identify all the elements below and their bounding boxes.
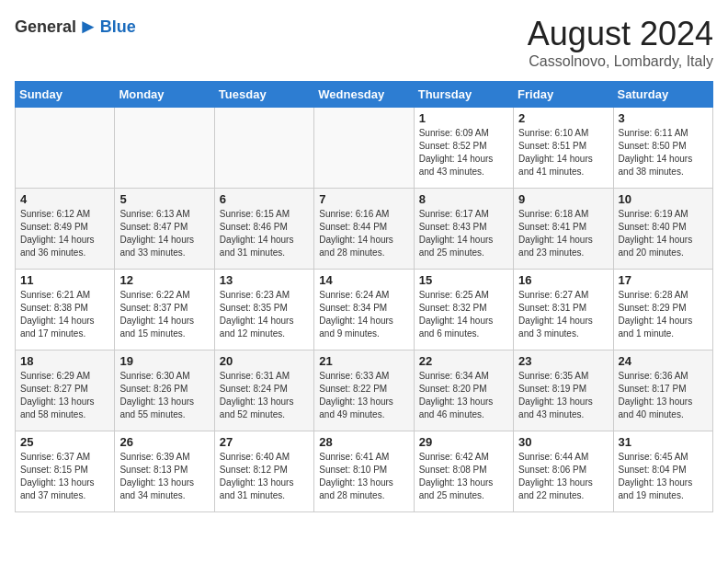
day-info: Sunrise: 6:18 AM Sunset: 8:41 PM Dayligh…	[518, 208, 608, 259]
day-info: Sunrise: 6:19 AM Sunset: 8:40 PM Dayligh…	[619, 208, 708, 259]
calendar-day-cell	[115, 108, 214, 189]
calendar-day-cell: 1Sunrise: 6:09 AM Sunset: 8:52 PM Daylig…	[414, 108, 513, 189]
day-info: Sunrise: 6:15 AM Sunset: 8:46 PM Dayligh…	[220, 208, 309, 259]
day-info: Sunrise: 6:45 AM Sunset: 8:04 PM Dayligh…	[619, 451, 708, 502]
day-info: Sunrise: 6:44 AM Sunset: 8:06 PM Dayligh…	[518, 451, 608, 502]
calendar-day-cell	[314, 108, 414, 189]
day-info: Sunrise: 6:17 AM Sunset: 8:43 PM Dayligh…	[419, 208, 508, 259]
day-number: 23	[518, 354, 608, 368]
calendar-day-cell: 29Sunrise: 6:42 AM Sunset: 8:08 PM Dayli…	[414, 431, 513, 512]
logo-blue-text: Blue	[100, 17, 136, 37]
calendar-day-cell: 12Sunrise: 6:22 AM Sunset: 8:37 PM Dayli…	[115, 270, 214, 350]
calendar-day-cell: 31Sunrise: 6:45 AM Sunset: 8:04 PM Dayli…	[613, 431, 712, 512]
calendar-week-row: 1Sunrise: 6:09 AM Sunset: 8:52 PM Daylig…	[16, 108, 713, 189]
day-info: Sunrise: 6:30 AM Sunset: 8:26 PM Dayligh…	[119, 370, 209, 421]
calendar-day-cell: 17Sunrise: 6:28 AM Sunset: 8:29 PM Dayli…	[613, 270, 712, 350]
calendar-header-cell: Saturday	[613, 82, 712, 108]
calendar-day-cell: 6Sunrise: 6:15 AM Sunset: 8:46 PM Daylig…	[214, 189, 313, 270]
calendar-week-row: 25Sunrise: 6:37 AM Sunset: 8:15 PM Dayli…	[16, 431, 713, 512]
day-number: 19	[119, 354, 209, 368]
day-number: 25	[20, 435, 109, 449]
day-number: 17	[619, 273, 708, 287]
day-info: Sunrise: 6:31 AM Sunset: 8:24 PM Dayligh…	[220, 370, 309, 421]
day-info: Sunrise: 6:13 AM Sunset: 8:47 PM Dayligh…	[119, 208, 209, 259]
calendar-day-cell: 23Sunrise: 6:35 AM Sunset: 8:19 PM Dayli…	[514, 350, 613, 431]
calendar-day-cell: 21Sunrise: 6:33 AM Sunset: 8:22 PM Dayli…	[314, 350, 414, 431]
calendar-day-cell: 30Sunrise: 6:44 AM Sunset: 8:06 PM Dayli…	[514, 431, 613, 512]
calendar-day-cell: 24Sunrise: 6:36 AM Sunset: 8:17 PM Dayli…	[613, 350, 712, 431]
day-info: Sunrise: 6:35 AM Sunset: 8:19 PM Dayligh…	[518, 370, 608, 421]
calendar-day-cell: 4Sunrise: 6:12 AM Sunset: 8:49 PM Daylig…	[16, 189, 115, 270]
calendar-day-cell	[16, 108, 115, 189]
day-number: 14	[319, 273, 408, 287]
calendar-day-cell: 7Sunrise: 6:16 AM Sunset: 8:44 PM Daylig…	[314, 189, 414, 270]
day-info: Sunrise: 6:22 AM Sunset: 8:37 PM Dayligh…	[119, 289, 209, 340]
calendar-day-cell: 18Sunrise: 6:29 AM Sunset: 8:27 PM Dayli…	[16, 350, 115, 431]
day-info: Sunrise: 6:27 AM Sunset: 8:31 PM Dayligh…	[518, 289, 608, 340]
day-number: 4	[20, 192, 109, 206]
day-number: 6	[220, 192, 309, 206]
day-info: Sunrise: 6:23 AM Sunset: 8:35 PM Dayligh…	[220, 289, 309, 340]
day-number: 26	[119, 435, 209, 449]
day-number: 22	[419, 354, 508, 368]
day-info: Sunrise: 6:10 AM Sunset: 8:51 PM Dayligh…	[518, 127, 608, 178]
day-number: 18	[20, 354, 109, 368]
calendar-header-cell: Monday	[115, 82, 214, 108]
day-info: Sunrise: 6:24 AM Sunset: 8:34 PM Dayligh…	[319, 289, 408, 340]
day-number: 21	[319, 354, 408, 368]
calendar-day-cell: 8Sunrise: 6:17 AM Sunset: 8:43 PM Daylig…	[414, 189, 513, 270]
calendar-day-cell: 20Sunrise: 6:31 AM Sunset: 8:24 PM Dayli…	[214, 350, 313, 431]
calendar-day-cell: 27Sunrise: 6:40 AM Sunset: 8:12 PM Dayli…	[214, 431, 313, 512]
day-info: Sunrise: 6:39 AM Sunset: 8:13 PM Dayligh…	[119, 451, 209, 502]
calendar-body: 1Sunrise: 6:09 AM Sunset: 8:52 PM Daylig…	[16, 108, 713, 512]
day-info: Sunrise: 6:09 AM Sunset: 8:52 PM Dayligh…	[419, 127, 508, 178]
day-info: Sunrise: 6:12 AM Sunset: 8:49 PM Dayligh…	[20, 208, 109, 259]
calendar-header-cell: Sunday	[16, 82, 115, 108]
day-info: Sunrise: 6:28 AM Sunset: 8:29 PM Dayligh…	[619, 289, 708, 340]
calendar-day-cell: 15Sunrise: 6:25 AM Sunset: 8:32 PM Dayli…	[414, 270, 513, 350]
calendar-day-cell: 10Sunrise: 6:19 AM Sunset: 8:40 PM Dayli…	[613, 189, 712, 270]
day-info: Sunrise: 6:16 AM Sunset: 8:44 PM Dayligh…	[319, 208, 408, 259]
day-number: 2	[518, 111, 608, 125]
logo-general-text: General	[15, 17, 76, 37]
day-number: 1	[419, 111, 508, 125]
calendar-header-cell: Wednesday	[314, 82, 414, 108]
day-info: Sunrise: 6:25 AM Sunset: 8:32 PM Dayligh…	[419, 289, 508, 340]
day-number: 8	[419, 192, 508, 206]
calendar-day-cell: 5Sunrise: 6:13 AM Sunset: 8:47 PM Daylig…	[115, 189, 214, 270]
day-info: Sunrise: 6:37 AM Sunset: 8:15 PM Dayligh…	[20, 451, 109, 502]
day-number: 9	[518, 192, 608, 206]
day-info: Sunrise: 6:40 AM Sunset: 8:12 PM Dayligh…	[220, 451, 309, 502]
day-number: 27	[220, 435, 309, 449]
day-number: 15	[419, 273, 508, 287]
day-number: 11	[20, 273, 109, 287]
calendar-day-cell: 26Sunrise: 6:39 AM Sunset: 8:13 PM Dayli…	[115, 431, 214, 512]
day-number: 10	[619, 192, 708, 206]
day-number: 31	[619, 435, 708, 449]
calendar-day-cell: 9Sunrise: 6:18 AM Sunset: 8:41 PM Daylig…	[514, 189, 613, 270]
day-number: 28	[319, 435, 408, 449]
calendar-table: SundayMondayTuesdayWednesdayThursdayFrid…	[15, 81, 713, 512]
calendar-day-cell: 25Sunrise: 6:37 AM Sunset: 8:15 PM Dayli…	[16, 431, 115, 512]
header: General ► Blue August 2024 Cassolnovo, L…	[15, 15, 713, 70]
day-number: 30	[518, 435, 608, 449]
calendar-day-cell: 16Sunrise: 6:27 AM Sunset: 8:31 PM Dayli…	[514, 270, 613, 350]
day-number: 13	[220, 273, 309, 287]
calendar-week-row: 4Sunrise: 6:12 AM Sunset: 8:49 PM Daylig…	[16, 189, 713, 270]
calendar-day-cell: 28Sunrise: 6:41 AM Sunset: 8:10 PM Dayli…	[314, 431, 414, 512]
logo: General ► Blue	[15, 15, 136, 39]
title-area: August 2024 Cassolnovo, Lombardy, Italy	[528, 15, 713, 70]
day-number: 16	[518, 273, 608, 287]
calendar-day-cell	[214, 108, 313, 189]
day-number: 24	[619, 354, 708, 368]
calendar-day-cell: 22Sunrise: 6:34 AM Sunset: 8:20 PM Dayli…	[414, 350, 513, 431]
calendar-day-cell: 2Sunrise: 6:10 AM Sunset: 8:51 PM Daylig…	[514, 108, 613, 189]
day-number: 12	[119, 273, 209, 287]
calendar-header-cell: Tuesday	[214, 82, 313, 108]
day-info: Sunrise: 6:11 AM Sunset: 8:50 PM Dayligh…	[619, 127, 708, 178]
calendar-header-row: SundayMondayTuesdayWednesdayThursdayFrid…	[16, 82, 713, 108]
month-year: August 2024	[528, 15, 713, 53]
day-info: Sunrise: 6:29 AM Sunset: 8:27 PM Dayligh…	[20, 370, 109, 421]
day-info: Sunrise: 6:34 AM Sunset: 8:20 PM Dayligh…	[419, 370, 508, 421]
location: Cassolnovo, Lombardy, Italy	[528, 53, 713, 70]
